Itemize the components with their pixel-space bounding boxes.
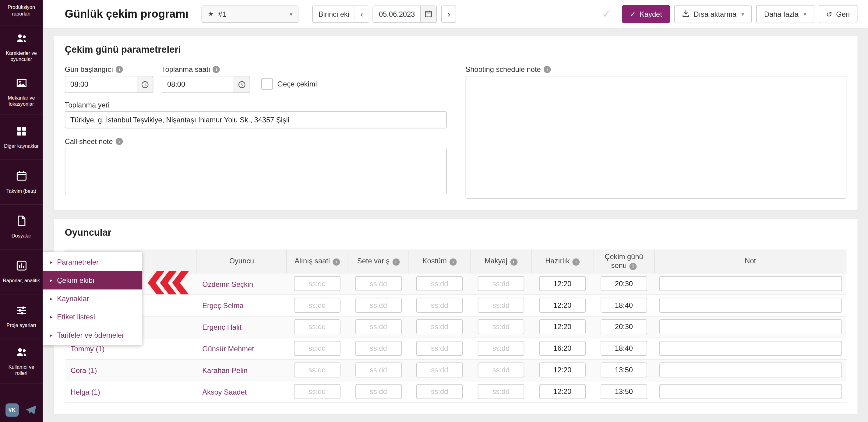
- header-set-arrival: Sete varışi: [348, 250, 409, 273]
- ready-time-input[interactable]: [539, 363, 586, 378]
- day-end-time-input[interactable]: [600, 363, 647, 378]
- actor-link[interactable]: Aksoy Saadet: [202, 388, 247, 396]
- info-icon[interactable]: i: [572, 259, 580, 266]
- menu-item-kaynaklar[interactable]: ▸ Kaynaklar: [43, 290, 142, 308]
- set-arrival-time-input[interactable]: [355, 363, 402, 378]
- costume-time-input[interactable]: [416, 276, 463, 291]
- makeup-time-input[interactable]: [478, 341, 524, 356]
- set-arrival-time-input[interactable]: [355, 341, 402, 356]
- info-icon[interactable]: i: [544, 66, 551, 73]
- sidebar-item-dosyalar[interactable]: Dosyalar: [0, 205, 43, 250]
- makeup-time-input[interactable]: [478, 384, 524, 399]
- next-day-button[interactable]: ›: [441, 5, 456, 22]
- menu-bullet-icon: ▸: [50, 296, 53, 302]
- actor-link[interactable]: Günsür Mehmet: [202, 344, 254, 353]
- pickup-time-input[interactable]: [294, 363, 341, 378]
- pickup-time-input[interactable]: [294, 384, 341, 399]
- menu-item-parametreler[interactable]: ▸ Parametreler: [43, 253, 142, 271]
- gathering-time-input[interactable]: [162, 76, 234, 93]
- more-button[interactable]: Daha fazla ▾: [756, 5, 814, 23]
- day-end-time-input[interactable]: [600, 319, 647, 334]
- sidebar-footer: VK: [0, 399, 43, 422]
- night-shoot-checkbox[interactable]: [261, 78, 273, 90]
- export-button[interactable]: Dışa aktarma ▾: [674, 5, 752, 23]
- table-header-row: Oyuncu Alınış saatii Sete varışi Kostümi…: [65, 250, 846, 273]
- pickup-time-input[interactable]: [294, 341, 341, 356]
- character-link[interactable]: Tommy (1): [71, 344, 105, 353]
- call-sheet-note-textarea[interactable]: [65, 148, 447, 194]
- info-icon[interactable]: i: [629, 263, 637, 270]
- menu-item-label: Kaynaklar: [57, 294, 89, 303]
- day-end-time-input[interactable]: [600, 298, 647, 313]
- info-icon[interactable]: i: [510, 259, 518, 266]
- menu-item-etiket-listesi[interactable]: ▸ Etiket listesi: [43, 308, 142, 326]
- makeup-time-input[interactable]: [478, 363, 524, 378]
- character-link[interactable]: Cora (1): [71, 366, 97, 374]
- day-end-time-input[interactable]: [600, 341, 647, 356]
- costume-time-input[interactable]: [416, 319, 463, 334]
- info-icon[interactable]: i: [116, 66, 123, 73]
- makeup-time-input[interactable]: [478, 298, 524, 313]
- actor-link[interactable]: Ergeç Selma: [202, 301, 243, 310]
- night-shoot-checkbox-row[interactable]: Geçe çekimi: [261, 78, 317, 90]
- makeup-time-input[interactable]: [478, 319, 524, 334]
- sidebar-item-raporlar-analitik[interactable]: Raporlar, analitik: [0, 250, 43, 294]
- shooting-schedule-note-textarea[interactable]: [466, 76, 847, 199]
- makeup-time-input[interactable]: [478, 276, 524, 291]
- day-start-input[interactable]: [65, 76, 137, 93]
- version-select[interactable]: ★ #1 ▾: [202, 5, 299, 22]
- note-input[interactable]: [659, 319, 842, 334]
- menu-item-cekim-ekibi[interactable]: ▸ Çekim ekibi: [43, 271, 142, 290]
- sidebar-item-label: Raporlar, analitik: [3, 278, 40, 284]
- date-picker[interactable]: 05.06.2023: [373, 5, 437, 22]
- note-input[interactable]: [659, 384, 842, 399]
- menu-item-tarifeler-ve-odemeler[interactable]: ▸ Tarifeler ve ödemeler: [43, 326, 142, 344]
- sidebar-item-proje-ayarlari[interactable]: Proje ayarları: [0, 294, 43, 339]
- save-button[interactable]: ✓ Kaydet: [622, 5, 670, 23]
- prev-day-button[interactable]: ‹: [354, 6, 369, 22]
- set-arrival-time-input[interactable]: [355, 276, 402, 291]
- actor-link[interactable]: Karahan Pelin: [202, 366, 247, 374]
- ready-time-input[interactable]: [539, 384, 586, 399]
- set-arrival-time-input[interactable]: [355, 298, 402, 313]
- day-end-time-input[interactable]: [600, 384, 647, 399]
- sidebar-item-takvim-beta[interactable]: Takvim (beta): [0, 160, 43, 205]
- actor-link[interactable]: Ergenç Halit: [202, 323, 242, 331]
- ready-time-input[interactable]: [539, 276, 586, 291]
- pickup-time-input[interactable]: [294, 298, 341, 313]
- info-icon[interactable]: i: [333, 259, 340, 266]
- costume-time-input[interactable]: [416, 363, 463, 378]
- sidebar-item-kullanici-ve-rolleri[interactable]: Kullanıcı ve rolleri: [0, 339, 43, 384]
- back-button[interactable]: ↺ Geri: [818, 5, 857, 23]
- gathering-place-input[interactable]: [65, 111, 447, 128]
- ready-time-input[interactable]: [539, 298, 586, 313]
- note-input[interactable]: [659, 363, 842, 378]
- ready-time-input[interactable]: [539, 341, 586, 356]
- set-arrival-time-input[interactable]: [355, 384, 402, 399]
- sidebar-item-mekanlar-ve-lokasyonlar[interactable]: Mekanlar ve lokasyonlar: [0, 70, 43, 115]
- pickup-time-input[interactable]: [294, 276, 341, 291]
- actor-link[interactable]: Özdemir Seçkin: [202, 280, 253, 288]
- ready-time-input[interactable]: [539, 319, 586, 334]
- day-end-time-input[interactable]: [600, 276, 647, 291]
- note-input[interactable]: [659, 298, 842, 313]
- pickup-time-input[interactable]: [294, 319, 341, 334]
- info-icon[interactable]: i: [116, 138, 123, 145]
- sidebar-item-produksiyon-raporlari[interactable]: Prodüksiyon raporları: [0, 0, 43, 26]
- sidebar-item-diger-kaynaklar[interactable]: Diğer kaynaklar: [0, 115, 43, 160]
- sidebar-item-karakterler-ve-oyuncular[interactable]: Karakterler ve oyuncular: [0, 26, 43, 70]
- info-icon[interactable]: i: [213, 66, 220, 73]
- header-day-end: Çekim günü sonui: [593, 250, 655, 273]
- more-button-label: Daha fazla: [764, 10, 799, 18]
- info-icon[interactable]: i: [450, 259, 457, 266]
- costume-time-input[interactable]: [416, 341, 463, 356]
- vk-icon[interactable]: VK: [5, 403, 19, 417]
- costume-time-input[interactable]: [416, 298, 463, 313]
- info-icon[interactable]: i: [392, 259, 400, 266]
- note-input[interactable]: [659, 341, 842, 356]
- note-input[interactable]: [659, 276, 842, 291]
- costume-time-input[interactable]: [416, 384, 463, 399]
- telegram-icon[interactable]: [24, 403, 37, 417]
- set-arrival-time-input[interactable]: [355, 319, 402, 334]
- character-link[interactable]: Helga (1): [71, 388, 100, 396]
